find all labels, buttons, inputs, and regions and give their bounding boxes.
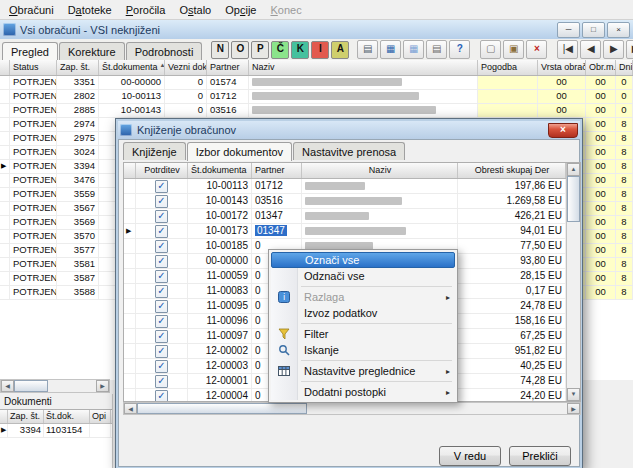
dialog-column-st-dokumenta[interactable]: Št.dokumenta (188, 163, 252, 178)
row-checkbox[interactable]: ✓ (155, 285, 168, 298)
main-window-titlebar[interactable]: Vsi obračuni - VSI neknjiženi ─□× (0, 20, 633, 40)
grid-row[interactable]: POTRJEN280210-0011300171200000 (0, 90, 633, 104)
close-button[interactable]: × (607, 22, 630, 38)
context-menu-item-filter[interactable]: Filter (271, 326, 455, 342)
scroll-thumb[interactable] (137, 403, 307, 414)
letter-button-k[interactable]: K (291, 41, 309, 59)
scroll-right-icon[interactable]: ▶ (567, 403, 580, 414)
letter-button-i[interactable]: I (311, 41, 329, 59)
scroll-down-icon[interactable]: ▼ (567, 388, 580, 401)
dialog-column-potrditev[interactable]: Potrditev (136, 163, 188, 178)
column-header-pogodba[interactable]: Pogodba (478, 60, 538, 75)
column-header-vrsta-obrac[interactable]: Vrsta obrač. (538, 60, 586, 75)
dialog-column-partner[interactable]: Partner (252, 163, 302, 178)
menu-konec[interactable]: Konec (263, 2, 308, 18)
dialog-close-button[interactable]: × (548, 123, 578, 138)
menu-opcije[interactable]: Opcije (218, 2, 263, 18)
row-checkbox[interactable]: ✓ (155, 330, 168, 343)
column-header-st-dokumenta[interactable]: Št.dokumenta▲ (99, 60, 165, 75)
dialog-horizontal-scrollbar[interactable]: ◀ ▶ (123, 402, 581, 415)
grid-row[interactable]: POTRJEN335100-0000000157400000 (0, 76, 633, 90)
dialog-column-obresti-skupaj-der[interactable]: Obresti skupaj Der (458, 163, 566, 178)
ok-button[interactable]: V redu (439, 446, 501, 466)
help-icon[interactable]: ? (449, 40, 470, 59)
documents-column-st-dok[interactable]: Št.dok. (44, 410, 90, 423)
dialog-grid-row[interactable]: ▶✓10-001730134794,01 EU (124, 224, 566, 239)
letter-button-n[interactable]: N (211, 41, 229, 59)
main-horizontal-scrollbar[interactable]: ◀ ▶ (0, 379, 110, 393)
column-header-zap-st[interactable]: Zap. št. (57, 60, 99, 75)
scroll-up-icon[interactable]: ▲ (567, 163, 580, 176)
context-menu-item-izvoz-podatkov[interactable]: Izvoz podatkov (271, 305, 455, 321)
dialog-tab-knjizenje[interactable]: Knjiženje (123, 142, 186, 160)
context-menu-item-dodatni-postopki[interactable]: Dodatni postopki▸ (271, 384, 455, 400)
column-header-dni-za[interactable]: Dni za (616, 60, 633, 75)
menu-obracuni[interactable]: Obračuni (2, 2, 61, 18)
row-checkbox[interactable]: ✓ (155, 375, 168, 388)
dialog-tab-nastavitve-prenosa[interactable]: Nastavitve prenosa (293, 142, 405, 160)
dialog-vertical-scrollbar[interactable]: ▲ ▼ (566, 163, 580, 401)
dialog-grid-row[interactable]: ✓10-0017201347426,21 EU (124, 209, 566, 224)
documents-column-opi[interactable]: Opi (90, 410, 111, 423)
table-icon[interactable]: ▦ (380, 40, 401, 59)
row-checkbox[interactable]: ✓ (155, 300, 168, 313)
tab-pregled[interactable]: Pregled (2, 42, 58, 61)
menu-porocila[interactable]: Poročila (119, 2, 173, 18)
letter-button-a[interactable]: A (331, 41, 349, 59)
save-icon[interactable]: ▤ (357, 40, 378, 59)
scroll-right-icon[interactable]: ▶ (96, 380, 109, 392)
column-header-partner[interactable]: Partner (207, 60, 249, 75)
row-checkbox[interactable]: ✓ (155, 315, 168, 328)
print-icon[interactable]: ▤ (426, 40, 447, 59)
letter-button-p[interactable]: P (251, 41, 269, 59)
nav-first-icon[interactable]: |◀ (557, 40, 578, 59)
tab-korekture[interactable]: Korekture (59, 42, 125, 60)
context-menu-item-nastavitve-preglednice[interactable]: Nastavitve preglednice▸ (271, 363, 455, 379)
selected-partner-cell[interactable]: 01347 (255, 225, 287, 236)
nav-next-icon[interactable]: ▶ (603, 40, 624, 59)
cancel-button[interactable]: Prekliči (509, 446, 571, 466)
dialog-grid-row[interactable]: ✓10-0011301712197,86 EU (124, 179, 566, 194)
documents-column-zap-st[interactable]: Zap. št. (8, 410, 44, 423)
menu-ostalo[interactable]: Ostalo (172, 2, 218, 18)
scroll-thumb[interactable] (567, 176, 580, 222)
row-checkbox[interactable]: ✓ (155, 180, 168, 193)
tab-podrobnosti[interactable]: Podrobnosti (126, 42, 203, 60)
grid-row[interactable]: POTRJEN288510-0014300351600000 (0, 104, 633, 118)
row-checkbox[interactable]: ✓ (155, 270, 168, 283)
nav-prev-icon[interactable]: ◀ (580, 40, 601, 59)
context-menu-item-iskanje[interactable]: Iskanje (271, 342, 455, 358)
column-header-naziv[interactable]: Naziv (249, 60, 478, 75)
letter-button-o[interactable]: O (231, 41, 249, 59)
column-header-obr-m[interactable]: Obr.m. (586, 60, 616, 75)
row-checkbox[interactable]: ✓ (155, 210, 168, 223)
dialog-column-naziv[interactable]: Naziv (302, 163, 458, 178)
delete-icon[interactable]: × (526, 40, 547, 59)
dialog-tab-izbor-dokumentov[interactable]: Izbor dokumentov (187, 142, 292, 161)
row-checkbox[interactable]: ✓ (155, 255, 168, 268)
scroll-left-icon[interactable]: ◀ (1, 380, 14, 392)
new-document-icon[interactable]: ▢ (480, 40, 501, 59)
column-header-vezni-dok[interactable]: Vezni dok. (165, 60, 207, 75)
dialog-titlebar[interactable]: Knjiženje obračunov × (118, 121, 580, 139)
table-light-icon[interactable]: ▦ (403, 40, 424, 59)
menu-datoteke[interactable]: Datoteke (61, 2, 119, 18)
context-menu-item-odznaci-vse[interactable]: Odznači vse (271, 268, 455, 284)
context-menu-item-oznaci-vse[interactable]: Označi vse (271, 252, 455, 268)
context-menu-item-razlaga[interactable]: iRazlaga▸ (271, 289, 455, 305)
row-checkbox[interactable]: ✓ (155, 345, 168, 358)
row-checkbox[interactable]: ✓ (155, 360, 168, 373)
scroll-thumb[interactable] (14, 380, 48, 392)
row-checkbox[interactable]: ✓ (155, 225, 168, 238)
row-checkbox[interactable]: ✓ (155, 390, 168, 402)
row-checkbox[interactable]: ✓ (155, 240, 168, 253)
letter-button-c[interactable]: Č (271, 41, 289, 59)
column-header-status[interactable]: Status (10, 60, 57, 75)
minimize-button[interactable]: ─ (557, 22, 580, 38)
scroll-left-icon[interactable]: ◀ (124, 403, 137, 414)
documents-row[interactable]: ▶33941103154 (0, 424, 112, 438)
nav-last-icon[interactable]: ▶| (626, 40, 633, 59)
documents-icon[interactable]: ▣ (503, 40, 524, 59)
row-checkbox[interactable]: ✓ (155, 195, 168, 208)
dialog-grid-row[interactable]: ✓10-00143035161.269,58 EU (124, 194, 566, 209)
